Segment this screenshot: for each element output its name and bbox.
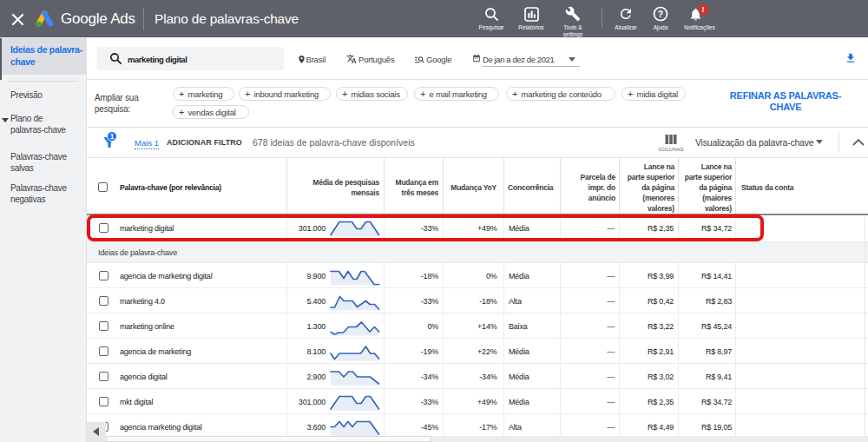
svg-text:?: ? — [658, 9, 663, 19]
